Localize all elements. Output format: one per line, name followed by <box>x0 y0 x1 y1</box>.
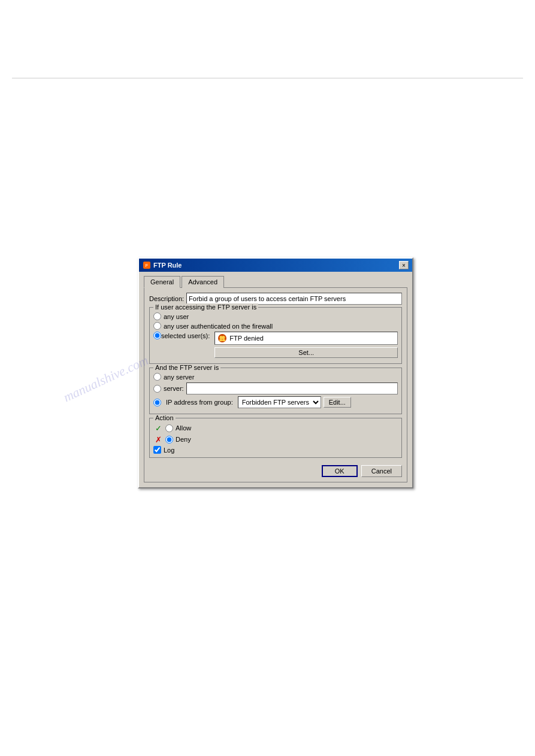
ip-group-select[interactable]: Forbidden FTP servers <box>238 396 321 408</box>
user-group-box: If user accessing the FTP server is any … <box>149 307 402 364</box>
close-button[interactable]: × <box>399 261 409 269</box>
action-content: ✓ Allow ✗ Deny Log <box>153 423 398 454</box>
svg-rect-5 <box>219 339 222 341</box>
log-checkbox[interactable] <box>153 446 161 454</box>
tab-advanced[interactable]: Advanced <box>182 276 224 288</box>
server-label: server: <box>164 385 184 392</box>
user-group-legend: If user accessing the FTP server is <box>153 303 258 311</box>
page-background: manualshive.com F FTP Rule × General <box>0 0 535 756</box>
set-button[interactable]: Set... <box>214 347 398 358</box>
auth-user-row: any user authenticated on the firewall <box>153 322 398 330</box>
auth-user-label: any user authenticated on the firewall <box>164 323 273 330</box>
dialog-titlebar: F FTP Rule × <box>139 259 412 272</box>
tab-general[interactable]: General <box>144 276 180 288</box>
titlebar-left: F FTP Rule <box>143 261 182 269</box>
action-legend: Action <box>153 414 176 421</box>
dialog-buttons: OK Cancel <box>149 463 402 477</box>
ftp-server-group-box: And the FTP server is any server server: <box>149 368 402 414</box>
users-listbox[interactable]: FTP denied <box>214 332 398 345</box>
app-icon-svg: F <box>143 261 151 269</box>
svg-rect-6 <box>222 339 225 341</box>
description-label: Description: <box>149 295 184 302</box>
ip-group-label: IP address from group: <box>166 399 233 406</box>
server-input[interactable] <box>186 382 398 394</box>
tab-content: Description: If user accessing the FTP s… <box>144 287 407 482</box>
server-input-row: server: <box>153 382 398 394</box>
dialog-content: General Advanced Description: If user ac… <box>139 272 412 487</box>
log-row: Log <box>153 446 398 454</box>
description-input[interactable] <box>186 293 402 305</box>
radio-any-server[interactable] <box>153 373 161 381</box>
allow-label: Allow <box>176 424 191 432</box>
any-server-label: any server <box>164 374 194 381</box>
user-group-content: any user any user authenticated on the f… <box>153 312 398 358</box>
log-label: Log <box>164 447 174 454</box>
allow-row: ✓ Allow <box>153 423 398 433</box>
tab-bar: General Advanced <box>144 275 407 287</box>
deny-label: Deny <box>176 436 191 443</box>
group-icon-svg <box>217 333 227 343</box>
selected-users-left: selected user(s): <box>153 332 212 339</box>
cancel-button[interactable]: Cancel <box>361 465 402 477</box>
radio-any-user[interactable] <box>153 312 161 320</box>
user-list-item: FTP denied <box>215 332 397 344</box>
edit-button[interactable]: Edit... <box>324 397 351 408</box>
radio-allow[interactable] <box>165 424 173 432</box>
any-user-row: any user <box>153 312 398 320</box>
svg-point-4 <box>222 336 225 339</box>
radio-server[interactable] <box>153 385 161 393</box>
dialog-icon: F <box>143 261 151 269</box>
user-group-icon <box>217 333 227 343</box>
user-list-item-text: FTP denied <box>229 335 264 342</box>
allow-icon: ✓ <box>153 423 163 433</box>
selected-users-label: selected user(s): <box>161 332 210 339</box>
dialog-title: FTP Rule <box>153 262 182 269</box>
radio-selected-users[interactable] <box>153 332 161 339</box>
ftp-server-content: any server server: IP address from group… <box>153 373 398 408</box>
radio-deny[interactable] <box>165 436 173 444</box>
radio-ip-group[interactable] <box>153 399 161 406</box>
deny-icon: ✗ <box>153 435 163 444</box>
description-row: Description: <box>149 293 402 305</box>
selected-users-row: selected user(s): <box>153 332 398 358</box>
action-group-box: Action ✓ Allow ✗ Deny <box>149 418 402 458</box>
svg-text:F: F <box>146 263 149 268</box>
radio-auth-user[interactable] <box>153 322 161 330</box>
ftp-rule-dialog: F FTP Rule × General Advanced Descriptio… <box>138 257 413 488</box>
ok-button[interactable]: OK <box>322 465 358 477</box>
divider-line <box>12 78 523 78</box>
ip-group-row: IP address from group: Forbidden FTP ser… <box>153 396 398 408</box>
any-server-row: any server <box>153 373 398 381</box>
any-user-label: any user <box>164 313 189 320</box>
ftp-server-legend: And the FTP server is <box>153 364 220 371</box>
deny-row: ✗ Deny <box>153 435 398 444</box>
